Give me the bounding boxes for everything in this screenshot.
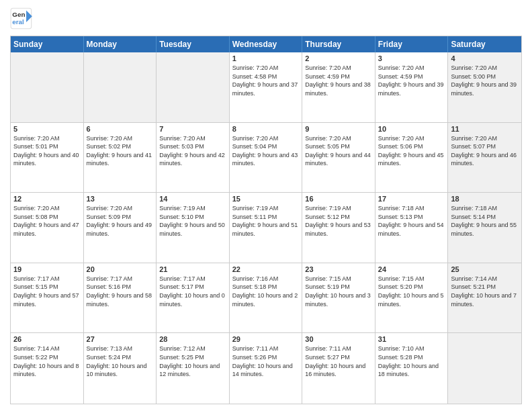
svg-text:eral: eral <box>12 18 24 26</box>
calendar-header-cell: Monday <box>84 36 157 52</box>
day-number: 5 <box>13 125 81 133</box>
cell-text: Sunrise: 7:20 AM Sunset: 5:09 PM Dayligh… <box>87 204 154 238</box>
day-number: 17 <box>378 195 445 203</box>
cell-text: Sunrise: 7:16 AM Sunset: 5:18 PM Dayligh… <box>232 275 300 308</box>
day-number: 18 <box>451 195 519 203</box>
calendar-cell: 22Sunrise: 7:16 AM Sunset: 5:18 PM Dayli… <box>230 263 303 333</box>
day-number: 12 <box>13 195 81 203</box>
cell-text: Sunrise: 7:11 AM Sunset: 5:26 PM Dayligh… <box>232 345 300 378</box>
day-number: 23 <box>305 265 372 273</box>
calendar-cell: 18Sunrise: 7:18 AM Sunset: 5:14 PM Dayli… <box>448 193 521 263</box>
day-number: 21 <box>159 265 226 273</box>
calendar-cell: 10Sunrise: 7:20 AM Sunset: 5:06 PM Dayli… <box>375 123 449 193</box>
cell-text: Sunrise: 7:13 AM Sunset: 5:24 PM Dayligh… <box>87 345 154 378</box>
day-number: 4 <box>451 54 519 62</box>
calendar-cell: 6Sunrise: 7:20 AM Sunset: 5:02 PM Daylig… <box>84 123 157 193</box>
cell-text: Sunrise: 7:20 AM Sunset: 4:58 PM Dayligh… <box>232 64 300 97</box>
day-number: 22 <box>232 265 300 273</box>
cell-text: Sunrise: 7:17 AM Sunset: 5:15 PM Dayligh… <box>13 275 81 308</box>
calendar-header-cell: Tuesday <box>157 36 230 52</box>
cell-text: Sunrise: 7:17 AM Sunset: 5:16 PM Dayligh… <box>87 275 154 308</box>
calendar-cell: 24Sunrise: 7:15 AM Sunset: 5:20 PM Dayli… <box>375 263 449 333</box>
logo: Gen eral <box>10 7 36 30</box>
calendar-body: 1Sunrise: 7:20 AM Sunset: 4:58 PM Daylig… <box>11 52 521 404</box>
day-number: 29 <box>232 335 300 343</box>
day-number: 1 <box>232 54 300 62</box>
calendar-cell: 5Sunrise: 7:20 AM Sunset: 5:01 PM Daylig… <box>11 123 84 193</box>
cell-text: Sunrise: 7:20 AM Sunset: 5:06 PM Dayligh… <box>378 134 445 168</box>
cell-text: Sunrise: 7:10 AM Sunset: 5:28 PM Dayligh… <box>378 345 445 378</box>
calendar-cell: 15Sunrise: 7:19 AM Sunset: 5:11 PM Dayli… <box>230 193 303 263</box>
day-number: 3 <box>378 54 445 62</box>
cell-text: Sunrise: 7:18 AM Sunset: 5:13 PM Dayligh… <box>378 204 445 238</box>
calendar-cell: 12Sunrise: 7:20 AM Sunset: 5:08 PM Dayli… <box>11 193 84 263</box>
calendar-cell: 14Sunrise: 7:19 AM Sunset: 5:10 PM Dayli… <box>157 193 230 263</box>
calendar-header-cell: Sunday <box>11 36 84 52</box>
calendar-cell: 3Sunrise: 7:20 AM Sunset: 4:59 PM Daylig… <box>375 52 449 122</box>
day-number: 28 <box>159 335 226 343</box>
day-number: 27 <box>87 335 154 343</box>
day-number: 9 <box>305 125 372 133</box>
day-number: 30 <box>305 335 372 343</box>
calendar-week-row: 5Sunrise: 7:20 AM Sunset: 5:01 PM Daylig… <box>11 123 521 193</box>
cell-text: Sunrise: 7:20 AM Sunset: 4:59 PM Dayligh… <box>378 64 445 97</box>
cell-text: Sunrise: 7:19 AM Sunset: 5:10 PM Dayligh… <box>159 204 226 238</box>
day-number: 15 <box>232 195 300 203</box>
day-number: 31 <box>378 335 445 343</box>
calendar-cell: 8Sunrise: 7:20 AM Sunset: 5:04 PM Daylig… <box>230 123 303 193</box>
calendar-week-row: 12Sunrise: 7:20 AM Sunset: 5:08 PM Dayli… <box>11 193 521 263</box>
calendar-week-row: 19Sunrise: 7:17 AM Sunset: 5:15 PM Dayli… <box>11 263 521 334</box>
cell-text: Sunrise: 7:15 AM Sunset: 5:19 PM Dayligh… <box>305 275 372 308</box>
calendar-cell: 26Sunrise: 7:14 AM Sunset: 5:22 PM Dayli… <box>11 333 84 404</box>
calendar-cell: 7Sunrise: 7:20 AM Sunset: 5:03 PM Daylig… <box>157 123 230 193</box>
day-number: 6 <box>87 125 154 133</box>
calendar-week-row: 26Sunrise: 7:14 AM Sunset: 5:22 PM Dayli… <box>11 333 521 404</box>
day-number: 13 <box>87 195 154 203</box>
calendar-week-row: 1Sunrise: 7:20 AM Sunset: 4:58 PM Daylig… <box>11 52 521 123</box>
calendar-cell: 11Sunrise: 7:20 AM Sunset: 5:07 PM Dayli… <box>448 123 521 193</box>
svg-text:Gen: Gen <box>12 11 25 18</box>
calendar-header-cell: Friday <box>375 36 449 52</box>
day-number: 16 <box>305 195 372 203</box>
calendar-cell: 9Sunrise: 7:20 AM Sunset: 5:05 PM Daylig… <box>302 123 375 193</box>
page: Gen eral SundayMondayTuesdayWednesdayThu… <box>0 0 532 411</box>
calendar-cell: 27Sunrise: 7:13 AM Sunset: 5:24 PM Dayli… <box>84 333 157 404</box>
day-number: 10 <box>378 125 445 133</box>
calendar-cell <box>11 52 84 122</box>
calendar-cell: 4Sunrise: 7:20 AM Sunset: 5:00 PM Daylig… <box>448 52 521 122</box>
calendar-cell: 21Sunrise: 7:17 AM Sunset: 5:17 PM Dayli… <box>157 263 230 333</box>
cell-text: Sunrise: 7:20 AM Sunset: 5:07 PM Dayligh… <box>451 134 519 168</box>
calendar-cell: 20Sunrise: 7:17 AM Sunset: 5:16 PM Dayli… <box>84 263 157 333</box>
calendar-cell: 28Sunrise: 7:12 AM Sunset: 5:25 PM Dayli… <box>157 333 230 404</box>
day-number: 14 <box>159 195 226 203</box>
cell-text: Sunrise: 7:20 AM Sunset: 5:03 PM Dayligh… <box>159 134 226 168</box>
day-number: 11 <box>451 125 519 133</box>
calendar-cell <box>448 333 521 404</box>
calendar: SundayMondayTuesdayWednesdayThursdayFrid… <box>10 36 522 404</box>
cell-text: Sunrise: 7:14 AM Sunset: 5:22 PM Dayligh… <box>13 345 81 378</box>
cell-text: Sunrise: 7:20 AM Sunset: 5:04 PM Dayligh… <box>232 134 300 168</box>
calendar-header-row: SundayMondayTuesdayWednesdayThursdayFrid… <box>11 36 521 52</box>
calendar-cell: 23Sunrise: 7:15 AM Sunset: 5:19 PM Dayli… <box>302 263 375 333</box>
day-number: 8 <box>232 125 300 133</box>
cell-text: Sunrise: 7:20 AM Sunset: 5:00 PM Dayligh… <box>451 64 519 97</box>
calendar-header-cell: Thursday <box>302 36 375 52</box>
calendar-cell: 17Sunrise: 7:18 AM Sunset: 5:13 PM Dayli… <box>375 193 449 263</box>
calendar-cell: 30Sunrise: 7:11 AM Sunset: 5:27 PM Dayli… <box>302 333 375 404</box>
cell-text: Sunrise: 7:20 AM Sunset: 5:08 PM Dayligh… <box>13 204 81 238</box>
cell-text: Sunrise: 7:19 AM Sunset: 5:12 PM Dayligh… <box>305 204 372 238</box>
day-number: 19 <box>13 265 81 273</box>
cell-text: Sunrise: 7:20 AM Sunset: 5:01 PM Dayligh… <box>13 134 81 168</box>
day-number: 24 <box>378 265 445 273</box>
cell-text: Sunrise: 7:14 AM Sunset: 5:21 PM Dayligh… <box>451 275 519 308</box>
day-number: 25 <box>451 265 519 273</box>
cell-text: Sunrise: 7:20 AM Sunset: 5:05 PM Dayligh… <box>305 134 372 168</box>
day-number: 20 <box>87 265 154 273</box>
calendar-cell <box>84 52 157 122</box>
calendar-cell: 13Sunrise: 7:20 AM Sunset: 5:09 PM Dayli… <box>84 193 157 263</box>
day-number: 26 <box>13 335 81 343</box>
day-number: 7 <box>159 125 226 133</box>
calendar-cell <box>157 52 230 122</box>
cell-text: Sunrise: 7:20 AM Sunset: 4:59 PM Dayligh… <box>305 64 372 97</box>
cell-text: Sunrise: 7:15 AM Sunset: 5:20 PM Dayligh… <box>378 275 445 308</box>
